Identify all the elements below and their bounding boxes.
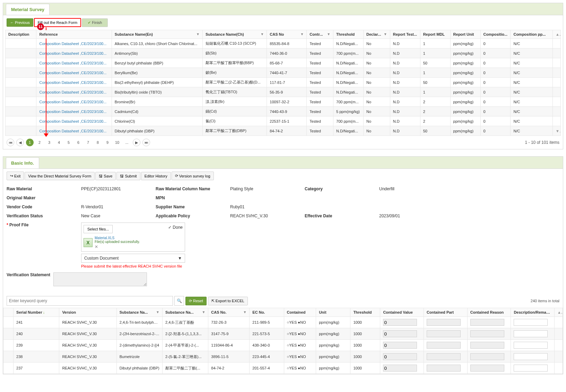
pager-page-9[interactable]: 9 [104,139,111,146]
col-reference[interactable]: Reference [36,30,112,39]
cell-ref[interactable]: Composition Datasheet ,CE/2023/100... [36,68,112,78]
remove-file-icon[interactable]: ✕ [95,244,140,249]
col-cas[interactable]: CAS No▼ [267,30,307,39]
col-composition[interactable]: Compositio... [480,30,511,39]
document-type-select[interactable]: Custom Document ▼ [81,254,185,263]
table-row[interactable]: Composition Datasheet ,CE/2023/100... Be… [6,58,561,68]
contained-reason-input[interactable] [470,365,504,372]
scroll-up-icon[interactable]: ▲ [552,30,560,39]
col-declar[interactable]: Declar...▼ [364,30,390,39]
contained-reason-input[interactable] [470,353,504,360]
col-sub1[interactable]: Substance Na...▼ [116,308,162,317]
description-input[interactable] [514,365,548,372]
pager-page-7[interactable]: 7 [84,139,92,146]
description-input[interactable] [514,319,548,326]
cell-cont[interactable]: ○YES ●NO [284,317,316,328]
table-row[interactable]: Composition Datasheet ,CE/2023/100... Bi… [6,87,561,97]
contained-value-input[interactable] [383,319,417,326]
cell-ref[interactable]: Composition Datasheet ,CE/2023/100... [36,87,112,97]
col-serial[interactable]: Serial Number↓ [14,308,59,317]
table-row[interactable]: Composition Datasheet ,CE/2023/100... Bi… [6,78,561,87]
exit-button[interactable]: ↪ Exit [7,172,24,180]
cell-ref[interactable]: Composition Datasheet ,CE/2023/100... [36,39,112,49]
table-row[interactable]: Composition Datasheet ,CE/2023/100... Di… [6,126,561,136]
contained-part-input[interactable] [427,353,461,360]
filter-icon[interactable]: ▼ [243,310,246,314]
contained-value-input[interactable] [383,330,417,337]
filter-icon[interactable]: ▼ [202,310,205,314]
contained-value-input[interactable] [383,365,417,372]
contained-part-input[interactable] [427,365,461,372]
cell-cont[interactable]: ○YES ●NO [284,351,316,363]
cell-ref[interactable]: Composition Datasheet ,CE/2023/100... [36,97,112,107]
view-survey-button[interactable]: View the Direct Material Survey Form [25,172,95,180]
filter-icon[interactable]: ▼ [260,32,264,36]
pager-last-icon[interactable]: ⏭ [142,139,150,146]
col-description[interactable]: Description [6,30,36,39]
contained-reason-input[interactable] [470,342,504,349]
sort-down-icon[interactable]: ↓ [43,310,45,314]
contained-value-input[interactable] [383,342,417,349]
pager-prev-icon[interactable]: ◀ [16,139,24,146]
cell-ref[interactable]: Composition Datasheet ,CE/2023/100... [36,107,112,116]
cell-ref[interactable]: Composition Datasheet ,CE/2023/100... [36,116,112,126]
finish-button[interactable]: ✔ Finish [82,18,108,27]
pager-page-6[interactable]: 6 [75,139,82,146]
submit-button[interactable]: 🖫 Submit [116,172,140,180]
cell-ref[interactable]: Composition Datasheet ,CE/2023/100... [36,78,112,87]
pager-page-10[interactable]: 10 [113,139,121,146]
cell-cont[interactable]: ○YES ●NO [284,340,316,351]
filter-icon[interactable]: ▼ [196,32,200,36]
table-row[interactable]: Composition Datasheet ,CE/2023/100... Ch… [6,116,561,126]
pager-first-icon[interactable]: ⏮ [7,139,14,146]
table-row[interactable]: Composition Datasheet ,CE/2023/100... Br… [6,97,561,107]
contained-part-input[interactable] [427,330,461,337]
version-log-button[interactable]: ⟳ Version survey log [172,172,214,180]
save-button[interactable]: 🖫 Save [95,172,116,180]
col-contained[interactable]: Contained [284,308,316,317]
filter-icon[interactable]: ▼ [327,32,330,36]
keyword-input[interactable] [7,296,173,306]
table-row[interactable]: Composition Datasheet ,CE/2023/100... Be… [6,68,561,78]
pager-page-2[interactable]: 2 [36,139,43,146]
contained-reason-input[interactable] [470,319,504,326]
filter-icon[interactable]: ▼ [384,32,387,36]
pager-page-8[interactable]: 8 [94,139,102,146]
description-input[interactable] [514,330,548,337]
pager-page-4[interactable]: 4 [55,139,63,146]
description-input[interactable] [514,353,548,360]
pager-page-3[interactable]: 3 [45,139,53,146]
col-contained-reason[interactable]: Contained Reason [467,308,511,317]
contained-value-input[interactable] [383,353,417,360]
filter-icon[interactable]: ▼ [156,310,159,314]
col-threshold[interactable]: Threshold [333,30,364,39]
verification-statement-input[interactable] [53,272,147,286]
contained-part-input[interactable] [427,319,461,326]
col-substance-en[interactable]: Substance Name(En)▼ [112,30,202,39]
col-unit[interactable]: Unit [316,308,350,317]
scroll-up-icon[interactable]: ▲ [555,308,563,317]
cell-ref[interactable]: Composition Datasheet ,CE/2023/100... [36,49,112,58]
pager-page-1[interactable]: 1 [26,139,34,146]
cell-cont[interactable]: ○YES ●NO [284,328,316,340]
table-row[interactable]: 237 REACH SVHC_V.30 Dibutyl phthalate (D… [3,363,563,374]
col-contr[interactable]: Contr...▼ [307,30,333,39]
col-report-unit[interactable]: Report Unit [450,30,480,39]
col-cas2[interactable]: CAS No.▼ [208,308,250,317]
description-input[interactable] [514,342,548,349]
pager-page-5[interactable]: 5 [65,139,72,146]
col-substance-ch[interactable]: Substance Name(Ch)▼ [202,30,267,39]
col-contained-value[interactable]: Contained Value [380,308,424,317]
editor-history-button[interactable]: Editor History [141,172,171,180]
table-row[interactable]: 239 REACH SVHC_V.30 2-(dimethylamino)-2-… [3,340,563,351]
col-contained-part[interactable]: Contained Part [424,308,468,317]
scroll-down-icon[interactable]: ▼ [552,126,560,136]
contained-part-input[interactable] [427,342,461,349]
col-composition-pp[interactable]: Composition pp... [511,30,552,39]
cell-ref[interactable]: Composition Datasheet ,CE/2023/100... [36,58,112,68]
col-threshold2[interactable]: Threshold [350,308,380,317]
col-report-mdl[interactable]: Report MDL [420,30,450,39]
table-row[interactable]: Composition Datasheet ,CE/2023/100... An… [6,49,561,58]
table-row[interactable]: Composition Datasheet ,CE/2023/100... Ca… [6,107,561,116]
table-row[interactable]: 241 REACH SVHC_V.30 2,4,6-Tri-tert-butyl… [3,317,563,328]
